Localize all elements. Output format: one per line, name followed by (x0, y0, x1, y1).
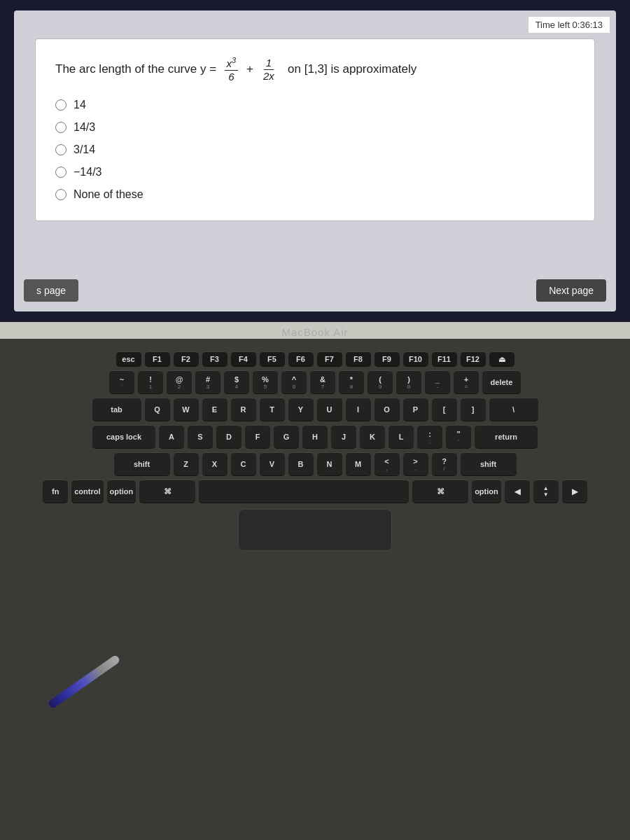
option-14-3[interactable]: 14/3 (55, 121, 575, 134)
key-3[interactable]: #3 (195, 370, 220, 394)
key-8[interactable]: *8 (339, 370, 364, 394)
key-esc[interactable]: esc (116, 351, 141, 367)
fraction-1-2x: 1 2x (261, 57, 276, 83)
key-r[interactable]: R (231, 398, 256, 421)
key-f9[interactable]: F9 (374, 351, 400, 367)
key-f2[interactable]: F2 (174, 351, 199, 367)
key-f[interactable]: F (245, 425, 270, 449)
key-w[interactable]: W (174, 398, 199, 421)
key-s[interactable]: S (188, 425, 213, 449)
prev-page-button[interactable]: s page (24, 279, 78, 302)
bottom-row: fn control option ⌘ ⌘ option ◀ ▲ ▼ ▶ (21, 479, 609, 503)
key-o[interactable]: O (374, 398, 400, 421)
key-power[interactable]: ⏏ (489, 351, 514, 367)
key-semicolon[interactable]: :; (417, 425, 442, 449)
key-9[interactable]: (9 (368, 370, 393, 394)
key-fn[interactable]: fn (43, 479, 68, 503)
key-u[interactable]: U (317, 398, 342, 421)
key-b[interactable]: B (288, 452, 314, 476)
key-f3[interactable]: F3 (202, 351, 227, 367)
key-m[interactable]: M (346, 452, 371, 476)
key-a[interactable]: A (159, 425, 184, 449)
key-cmd-right[interactable]: ⌘ (412, 479, 468, 503)
option-neg-14-3-label: −14/3 (74, 166, 102, 178)
key-l[interactable]: L (388, 425, 414, 449)
key-z[interactable]: Z (174, 452, 199, 476)
key-h[interactable]: H (302, 425, 328, 449)
key-return[interactable]: return (475, 425, 538, 449)
key-lbracket[interactable]: [ (432, 398, 457, 421)
key-shift-right[interactable]: shift (461, 452, 517, 476)
question-suffix: on [1,3] is approximately (281, 62, 417, 76)
key-capslock[interactable]: caps lock (92, 425, 155, 449)
key-delete[interactable]: delete (482, 370, 521, 394)
key-f6[interactable]: F6 (288, 351, 314, 367)
key-7[interactable]: &7 (310, 370, 335, 394)
key-arrow-right[interactable]: ▶ (562, 479, 587, 503)
key-0[interactable]: )0 (396, 370, 421, 394)
key-1[interactable]: !1 (138, 370, 163, 394)
key-equals[interactable]: += (454, 370, 479, 394)
fn-key-row: esc F1 F2 F3 F4 F5 F6 F7 F8 F9 F10 F11 F… (21, 351, 609, 367)
key-comma[interactable]: <, (374, 452, 400, 476)
key-space[interactable] (199, 479, 409, 503)
question-prefix: The arc length of the curve y = (55, 62, 220, 76)
key-shift-left[interactable]: shift (114, 452, 170, 476)
option-neg-14-3[interactable]: −14/3 (55, 166, 575, 178)
option-14[interactable]: 14 (55, 99, 575, 111)
timer-text: Time left 0:36:13 (536, 20, 603, 30)
key-v[interactable]: V (260, 452, 285, 476)
key-5[interactable]: %5 (253, 370, 278, 394)
key-q[interactable]: Q (145, 398, 170, 421)
key-f1[interactable]: F1 (145, 351, 170, 367)
key-c[interactable]: C (231, 452, 256, 476)
key-d[interactable]: D (216, 425, 241, 449)
key-t[interactable]: T (260, 398, 285, 421)
key-n[interactable]: N (317, 452, 342, 476)
radio-14-3[interactable] (55, 122, 66, 133)
key-p[interactable]: P (403, 398, 428, 421)
key-k[interactable]: K (360, 425, 385, 449)
option-3-14[interactable]: 3/14 (55, 144, 575, 156)
key-j[interactable]: J (331, 425, 356, 449)
radio-3-14[interactable] (55, 144, 66, 155)
key-g[interactable]: G (274, 425, 299, 449)
key-backtick[interactable]: ~` (109, 370, 134, 394)
timer-display: Time left 0:36:13 (528, 16, 610, 34)
key-f8[interactable]: F8 (346, 351, 371, 367)
answer-options: 14 14/3 3/14 −14/3 None of these (55, 99, 575, 201)
key-quote[interactable]: "' (446, 425, 471, 449)
key-arrow-left[interactable]: ◀ (505, 479, 530, 503)
key-x[interactable]: X (202, 452, 227, 476)
key-y[interactable]: Y (288, 398, 314, 421)
key-f7[interactable]: F7 (317, 351, 342, 367)
option-14-label: 14 (74, 99, 86, 111)
radio-14[interactable] (55, 99, 66, 111)
key-f4[interactable]: F4 (231, 351, 256, 367)
radio-neg-14-3[interactable] (55, 167, 66, 178)
key-f12[interactable]: F12 (461, 351, 486, 367)
key-2[interactable]: @2 (167, 370, 192, 394)
key-6[interactable]: ^6 (281, 370, 307, 394)
touchpad[interactable] (238, 509, 392, 551)
key-4[interactable]: $4 (224, 370, 249, 394)
key-i[interactable]: I (346, 398, 371, 421)
key-arrow-up-down[interactable]: ▲ ▼ (533, 479, 559, 503)
key-minus[interactable]: _- (425, 370, 450, 394)
key-tab[interactable]: tab (92, 398, 141, 421)
key-backslash[interactable]: \ (489, 398, 538, 421)
key-rbracket[interactable]: ] (461, 398, 486, 421)
key-f10[interactable]: F10 (403, 351, 428, 367)
key-ctrl[interactable]: control (71, 479, 103, 503)
key-e[interactable]: E (202, 398, 227, 421)
key-option-left[interactable]: option (107, 479, 136, 503)
next-page-button[interactable]: Next page (536, 279, 606, 302)
option-none[interactable]: None of these (55, 188, 575, 201)
key-f5[interactable]: F5 (260, 351, 285, 367)
radio-none[interactable] (55, 189, 66, 200)
key-period[interactable]: >. (403, 452, 428, 476)
key-cmd-left[interactable]: ⌘ (139, 479, 195, 503)
key-slash[interactable]: ?/ (432, 452, 457, 476)
key-f11[interactable]: F11 (432, 351, 457, 367)
key-option-right[interactable]: option (472, 479, 501, 503)
